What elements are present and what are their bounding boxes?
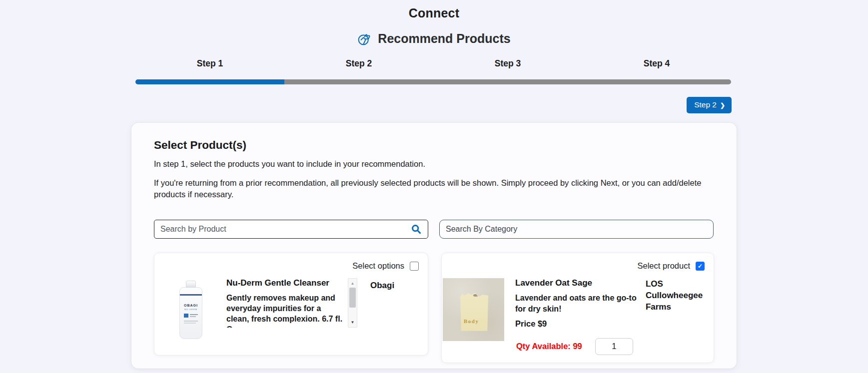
- vertical-scrollbar[interactable]: ▲ ▼: [348, 278, 357, 328]
- select-options-checkbox[interactable]: [410, 262, 419, 271]
- soap-illustration: Body: [460, 291, 488, 331]
- product-description: Lavender and oats are the go-to for dry …: [515, 293, 639, 315]
- step-label-1: Step 1: [135, 58, 284, 69]
- progress-bar-fill: [135, 79, 284, 84]
- scroll-up-icon[interactable]: ▲: [348, 280, 357, 287]
- product-image-lavender-oat-sage: Body: [443, 278, 504, 341]
- progress-bar-track: [135, 79, 731, 84]
- page-subtitle: Recommend Products: [378, 31, 510, 46]
- product-price: Price $9: [515, 319, 639, 329]
- product-card-nu-derm: Select options OBAGI NU-DERM: [154, 253, 428, 356]
- next-step-button[interactable]: Step 2 ❯: [687, 97, 732, 113]
- thumbs-up-icon: [357, 32, 371, 46]
- check-icon: ✓: [698, 263, 703, 269]
- qty-available-label: Qty Available: 99: [516, 342, 582, 351]
- select-options-label: Select options: [352, 261, 404, 271]
- search-icon[interactable]: [411, 224, 421, 236]
- product-brand: Obagi: [370, 278, 394, 339]
- product-image-nu-derm: OBAGI NU-DERM: [163, 278, 218, 339]
- panel-note-text: If you're returning from a prior recomme…: [154, 177, 714, 201]
- bottle-illustration: OBAGI NU-DERM: [179, 287, 202, 339]
- product-details: Lavender Oat Sage Lavender and oats are …: [515, 278, 639, 341]
- product-description: Gently removes makeup and everyday impur…: [226, 293, 343, 328]
- scroll-down-icon[interactable]: ▼: [348, 319, 357, 326]
- product-card-lavender-oat-sage: Select product ✓ Body Lavender Oat Sage …: [441, 253, 714, 363]
- panel-heading: Select Product(s): [154, 139, 716, 152]
- product-details-scroll-area[interactable]: Nu-Derm Gentle Cleanser Gently removes m…: [226, 278, 343, 328]
- step-label-2: Step 2: [284, 58, 433, 69]
- page-title: Connect: [0, 0, 868, 20]
- product-search-box: [154, 220, 428, 239]
- category-search-box: [439, 220, 714, 239]
- product-brand: LOS Cullowheegee Farms: [646, 278, 705, 341]
- scrollbar-thumb[interactable]: [349, 288, 356, 308]
- search-by-category-input[interactable]: [439, 220, 714, 239]
- step-label-3: Step 3: [433, 58, 582, 69]
- select-products-panel: Select Product(s) In step 1, select the …: [131, 123, 737, 369]
- select-product-label: Select product: [638, 261, 690, 271]
- next-step-button-label: Step 2: [694, 100, 717, 109]
- quantity-input[interactable]: [595, 338, 633, 355]
- product-name: Lavender Oat Sage: [515, 278, 639, 288]
- product-name: Nu-Derm Gentle Cleanser: [226, 278, 343, 288]
- panel-intro-text: In step 1, select the products you want …: [154, 159, 716, 169]
- select-product-checkbox[interactable]: ✓: [696, 262, 705, 271]
- recommend-products-header: Recommend Products: [0, 30, 868, 47]
- chevron-right-icon: ❯: [720, 102, 725, 109]
- search-by-product-input[interactable]: [154, 220, 428, 239]
- step-label-4: Step 4: [582, 58, 731, 69]
- stepper: Step 1 Step 2 Step 3 Step 4: [135, 58, 731, 84]
